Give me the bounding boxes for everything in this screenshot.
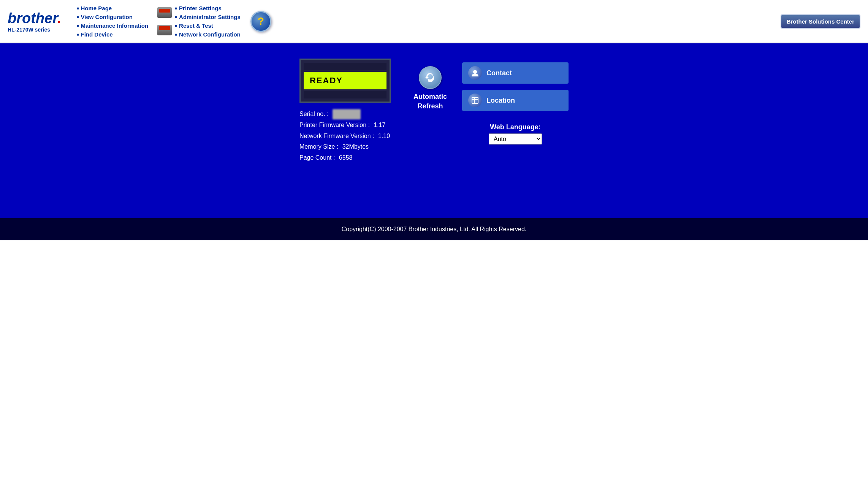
memory-row: Memory Size : 32Mbytes: [299, 141, 391, 152]
right-panel: Contact Location Web Language: Auto Engl…: [462, 62, 569, 144]
network-firmware-label: Network Firmware Version :: [299, 133, 374, 139]
nav-home-page[interactable]: ■Home Page: [76, 5, 148, 11]
bullet-view: ■: [76, 15, 79, 19]
lcd-screen: READY: [299, 59, 391, 103]
printer-icon-group-1: [157, 7, 172, 35]
svg-point-0: [473, 70, 477, 74]
page-count-value: 6558: [339, 154, 353, 161]
nav-links-left: ■Home Page ■View Configuration ■Maintena…: [76, 4, 148, 39]
contact-label: Contact: [486, 69, 512, 77]
firmware-value: 1.17: [374, 122, 385, 128]
nav-view-config[interactable]: ■View Configuration: [76, 14, 148, 20]
bullet-find: ■: [76, 32, 79, 37]
bullet-as: ■: [175, 15, 177, 19]
nav-find-device[interactable]: ■Find Device: [76, 31, 148, 38]
serial-value: ██·██·██: [333, 109, 361, 119]
bullet-rt: ■: [175, 24, 177, 28]
network-firmware-row: Network Firmware Version : 1.10: [299, 131, 391, 142]
main-content: READY Serial no. : ██·██·██ Printer Firm…: [0, 43, 868, 218]
bullet-maint: ■: [76, 24, 79, 28]
contact-button[interactable]: Contact: [462, 62, 569, 84]
nav-reset-test[interactable]: ■Reset & Test: [175, 22, 241, 29]
footer: Copyright(C) 2000-2007 Brother Industrie…: [0, 218, 868, 240]
nav-admin-settings[interactable]: ■Administrator Settings: [175, 14, 241, 20]
firmware-row: Printer Firmware Version : 1.17: [299, 120, 391, 131]
lcd-bottom-bar: [304, 91, 386, 98]
bullet-ps: ■: [175, 6, 177, 10]
copyright-text: Copyright(C) 2000-2007 Brother Industrie…: [342, 226, 526, 232]
logo-area: brother. HL-2170W series: [8, 10, 61, 33]
nav-group-right: ■Printer Settings ■Administrator Setting…: [175, 4, 241, 39]
model-name: HL-2170W series: [8, 27, 61, 33]
location-button[interactable]: Location: [462, 90, 569, 111]
page-count-label: Page Count :: [299, 154, 335, 161]
lcd-top-bar: [304, 63, 386, 70]
web-language-area: Web Language: Auto English French German…: [462, 123, 569, 144]
device-info: Serial no. : ██·██·██ Printer Firmware V…: [299, 109, 391, 164]
serial-row: Serial no. : ██·██·██: [299, 109, 391, 120]
help-icon[interactable]: ?: [250, 11, 271, 32]
nav-printer-settings[interactable]: ■Printer Settings: [175, 5, 241, 11]
network-firmware-value: 1.10: [378, 133, 390, 139]
printer-icon-2: [157, 25, 172, 35]
refresh-area: AutomaticRefresh: [413, 66, 447, 111]
nav-group-left: ■Home Page ■View Configuration ■Maintena…: [76, 4, 148, 39]
bullet-home: ■: [76, 6, 79, 10]
svg-rect-1: [472, 97, 478, 103]
memory-value: 32Mbytes: [342, 143, 369, 150]
solutions-center-button[interactable]: Brother Solutions Center: [781, 14, 860, 29]
page-count-row: Page Count : 6558: [299, 152, 391, 164]
location-label: Location: [486, 97, 515, 105]
printer-icon-1: [157, 7, 172, 18]
serial-label: Serial no. :: [299, 111, 328, 117]
firmware-label: Printer Firmware Version :: [299, 122, 370, 128]
web-language-label: Web Language:: [462, 123, 569, 131]
language-select[interactable]: Auto English French German Spanish Itali…: [489, 133, 542, 144]
refresh-label: AutomaticRefresh: [413, 92, 447, 111]
nav-network-config[interactable]: ■Network Configuration: [175, 31, 241, 38]
location-icon: [468, 94, 482, 107]
lcd-ready-text: READY: [304, 72, 386, 89]
memory-label: Memory Size :: [299, 143, 338, 150]
header: brother. HL-2170W series ■Home Page ■Vie…: [0, 0, 868, 43]
status-display: READY Serial no. : ██·██·██ Printer Firm…: [299, 59, 391, 164]
content-row: READY Serial no. : ██·██·██ Printer Firm…: [225, 59, 643, 164]
contact-icon: [468, 66, 482, 80]
nav-maintenance[interactable]: ■Maintenance Information: [76, 22, 148, 29]
refresh-icon[interactable]: [419, 66, 442, 89]
brand-logo: brother.: [8, 10, 61, 27]
bullet-nc: ■: [175, 32, 177, 37]
nav-links-right: ■Printer Settings ■Administrator Setting…: [175, 4, 241, 39]
nav-section: ■Home Page ■View Configuration ■Maintena…: [76, 4, 780, 39]
